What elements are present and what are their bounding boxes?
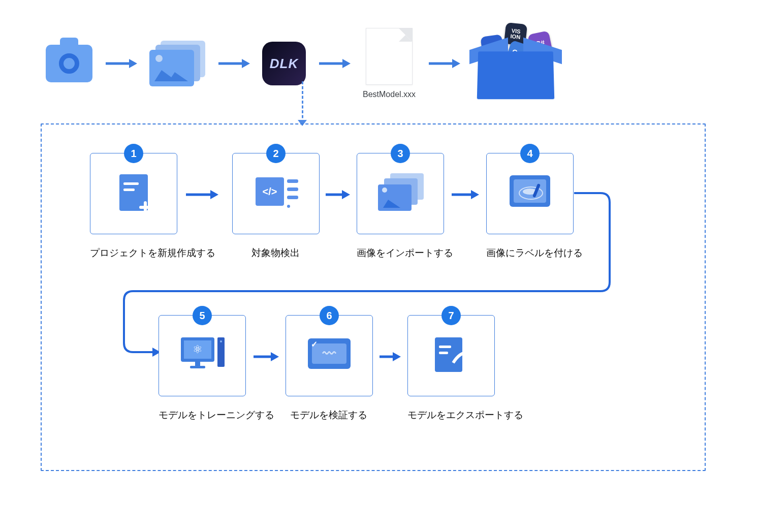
- step-number: 1: [124, 144, 143, 163]
- arrow-icon: [185, 189, 218, 200]
- svg-marker-9: [210, 190, 218, 199]
- step-caption: モデルをトレーニングする: [159, 409, 245, 422]
- step-card: 3: [357, 153, 444, 234]
- svg-marker-11: [342, 190, 350, 199]
- diagram-canvas: DLK BestModel.xxx C VIS ION C++ C#: [0, 0, 758, 532]
- dlk-app-icon: DLK: [262, 42, 306, 85]
- step-6: 6 〰✓ モデルを検証する: [286, 315, 372, 422]
- step-5: 5 ⚛ モデルをトレーニングする: [159, 315, 245, 422]
- model-file-label: BestModel.xxx: [363, 90, 416, 99]
- step-7: 7 モデルをエクスポートする: [407, 315, 494, 422]
- step-caption: モデルをエクスポートする: [407, 409, 494, 422]
- svg-marker-13: [471, 190, 479, 199]
- step-card: 7: [407, 315, 495, 396]
- arrow-icon: [318, 57, 351, 70]
- export-model-icon: [428, 332, 475, 379]
- dlk-label: DLK: [270, 56, 298, 72]
- svg-marker-16: [271, 352, 279, 361]
- step-caption: プロジェクトを新規作成する: [90, 246, 176, 260]
- arrow-icon: [252, 351, 279, 362]
- step-number: 4: [520, 144, 540, 163]
- step-caption: 画像をインポートする: [357, 246, 443, 260]
- step-number: 3: [391, 144, 410, 163]
- top-pipeline-row: DLK BestModel.xxx C VIS ION C++ C#: [46, 30, 716, 97]
- step-card: 1: [90, 153, 177, 234]
- step-4: 4 画像にラベルを付ける: [486, 153, 573, 260]
- object-detection-icon: </>: [252, 170, 299, 217]
- arrow-icon: [105, 57, 137, 70]
- label-images-icon: [507, 170, 553, 217]
- arrow-icon: [428, 57, 460, 70]
- step-3: 3 画像をインポートする: [357, 153, 443, 260]
- step-card: 4: [486, 153, 574, 234]
- svg-marker-1: [129, 59, 137, 68]
- arrow-icon: [325, 189, 350, 200]
- new-project-icon: [110, 170, 157, 217]
- sdk-box-icon: C VIS ION C++ C#: [472, 25, 559, 102]
- step-card: 6 〰✓: [286, 315, 373, 396]
- dashed-connector: [302, 81, 303, 123]
- step-caption: 画像にラベルを付ける: [486, 246, 573, 260]
- svg-marker-19: [469, 350, 477, 359]
- step-caption: モデルを検証する: [286, 409, 372, 422]
- step-card: 5 ⚛: [159, 315, 246, 396]
- step-number: 6: [320, 306, 339, 325]
- camera-icon: [46, 45, 92, 82]
- svg-marker-7: [452, 59, 460, 68]
- import-images-icon: [377, 170, 424, 217]
- step-number: 5: [193, 306, 212, 325]
- detail-panel: 1 プロジェクトを新規作成する 2 </> 対象物検出: [41, 123, 706, 471]
- step-caption: 対象物検出: [232, 246, 319, 260]
- step-card: 2 </>: [232, 153, 320, 234]
- svg-marker-3: [242, 59, 250, 68]
- step-2: 2 </> 対象物検出: [232, 153, 319, 260]
- step-number: 7: [441, 306, 461, 325]
- arrow-icon: [451, 189, 479, 200]
- image-stack-icon: [149, 41, 205, 86]
- arrow-icon: [378, 351, 401, 362]
- svg-marker-5: [342, 59, 351, 68]
- arrow-icon: [217, 57, 250, 70]
- train-model-icon: ⚛: [179, 332, 226, 379]
- svg-marker-18: [393, 352, 401, 361]
- verify-model-icon: 〰✓: [306, 332, 353, 379]
- step-1: 1 プロジェクトを新規作成する: [90, 153, 176, 260]
- step-number: 2: [266, 144, 286, 163]
- model-file-icon: BestModel.xxx: [363, 28, 416, 99]
